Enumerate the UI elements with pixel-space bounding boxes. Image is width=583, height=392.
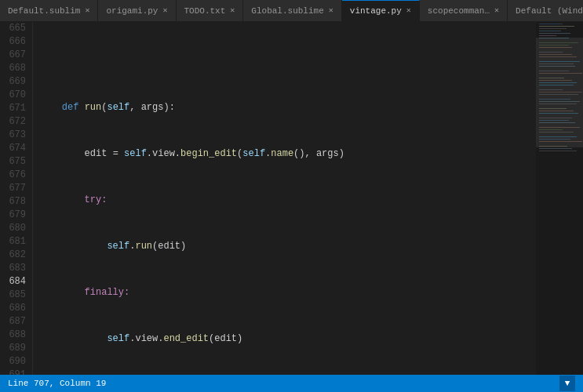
code-lines: 665 666 667 668 669 670 671 672 673 674 … bbox=[0, 22, 536, 375]
svg-rect-32 bbox=[539, 120, 569, 121]
svg-rect-1 bbox=[539, 26, 574, 27]
minimap-svg bbox=[536, 22, 583, 375]
line-num: 683 bbox=[3, 262, 26, 275]
tab-label: vintage.py bbox=[350, 6, 402, 16]
svg-rect-22 bbox=[539, 89, 563, 90]
code-line: self.run(edit) bbox=[39, 240, 536, 253]
svg-rect-25 bbox=[539, 99, 570, 100]
svg-rect-4 bbox=[539, 33, 570, 34]
cursor-position: Line 707, Column 19 bbox=[8, 379, 106, 388]
line-num: 684 bbox=[3, 275, 26, 289]
tab-global-sublime[interactable]: Global.sublime ✕ bbox=[243, 0, 341, 21]
svg-rect-20 bbox=[539, 82, 577, 83]
tab-label: origami.py bbox=[106, 6, 158, 16]
svg-rect-29 bbox=[539, 111, 574, 111]
svg-rect-8 bbox=[539, 45, 569, 45]
line-num: 670 bbox=[3, 89, 26, 102]
tab-label: Default (Wind… bbox=[516, 6, 583, 16]
line-num: 686 bbox=[3, 302, 26, 315]
svg-rect-3 bbox=[539, 31, 561, 31]
svg-rect-15 bbox=[539, 66, 575, 67]
line-num: 678 bbox=[3, 195, 26, 209]
tab-origami[interactable]: origami.py ✕ bbox=[98, 0, 176, 21]
svg-rect-21 bbox=[539, 85, 574, 85]
line-num: 667 bbox=[3, 49, 26, 62]
editor-container: 665 666 667 668 669 670 671 672 673 674 … bbox=[0, 22, 583, 375]
status-bar: Line 707, Column 19 ▼ bbox=[0, 375, 583, 392]
code-line: def run(self, args): bbox=[39, 101, 536, 114]
tab-scopecommand[interactable]: scopecomman… ✕ bbox=[420, 0, 508, 21]
code-line: edit = self.view.begin_edit(self.name(),… bbox=[39, 147, 536, 161]
svg-rect-10 bbox=[539, 52, 563, 53]
svg-rect-40 bbox=[539, 146, 567, 147]
svg-rect-2 bbox=[539, 28, 567, 29]
svg-rect-7 bbox=[539, 42, 578, 43]
svg-rect-12 bbox=[539, 56, 577, 57]
line-num: 671 bbox=[3, 102, 26, 115]
line-num: 666 bbox=[3, 35, 26, 49]
tab-label: Global.sublime bbox=[251, 6, 323, 16]
code-content[interactable]: def run(self, args): edit = self.view.be… bbox=[33, 22, 536, 375]
line-numbers: 665 666 667 668 669 670 671 672 673 674 … bbox=[0, 22, 33, 375]
tab-label: Default.sublim bbox=[8, 6, 80, 16]
svg-rect-6 bbox=[539, 38, 569, 38]
svg-rect-33 bbox=[539, 122, 575, 123]
tab-label: scopecomman… bbox=[428, 6, 490, 16]
tab-close-icon[interactable]: ✕ bbox=[230, 7, 235, 15]
svg-rect-26 bbox=[539, 101, 580, 102]
line-num: 672 bbox=[3, 115, 26, 129]
svg-rect-31 bbox=[539, 118, 572, 118]
svg-rect-19 bbox=[539, 80, 572, 81]
line-num: 676 bbox=[3, 169, 26, 182]
code-area[interactable]: 665 666 667 668 669 670 671 672 673 674 … bbox=[0, 22, 536, 375]
line-num: 688 bbox=[3, 328, 26, 342]
line-num: 665 bbox=[3, 22, 26, 35]
code-line: finally: bbox=[39, 286, 536, 299]
svg-rect-13 bbox=[539, 61, 580, 62]
line-num: 677 bbox=[3, 182, 26, 195]
svg-rect-30 bbox=[539, 113, 578, 114]
line-num: 689 bbox=[3, 342, 26, 355]
line-num: 687 bbox=[3, 315, 26, 328]
svg-rect-41 bbox=[539, 148, 572, 149]
line-num: 668 bbox=[3, 62, 26, 75]
status-scroll-down[interactable]: ▼ bbox=[559, 376, 575, 391]
line-num: 669 bbox=[3, 75, 26, 89]
tab-todo[interactable]: TODO.txt ✕ bbox=[177, 0, 244, 21]
minimap[interactable] bbox=[536, 22, 583, 375]
svg-rect-24 bbox=[539, 94, 578, 95]
tab-close-icon[interactable]: ✕ bbox=[85, 7, 89, 15]
line-num: 680 bbox=[3, 222, 26, 235]
tab-default-wind[interactable]: Default (Wind… ✕ bbox=[508, 0, 583, 21]
svg-rect-34 bbox=[539, 127, 580, 128]
svg-rect-37 bbox=[539, 136, 577, 137]
svg-rect-5 bbox=[539, 35, 556, 36]
tab-close-icon[interactable]: ✕ bbox=[406, 7, 411, 15]
svg-rect-16 bbox=[539, 71, 569, 71]
tab-bar: Default.sublim ✕ origami.py ✕ TODO.txt ✕… bbox=[0, 0, 583, 22]
svg-rect-39 bbox=[539, 141, 582, 142]
tab-close-icon[interactable]: ✕ bbox=[329, 7, 333, 15]
line-num: 682 bbox=[3, 249, 26, 262]
code-line: try: bbox=[39, 194, 536, 207]
svg-rect-38 bbox=[539, 139, 570, 140]
svg-rect-18 bbox=[539, 78, 564, 78]
line-num: 675 bbox=[3, 155, 26, 169]
line-num: 690 bbox=[3, 355, 26, 368]
status-right: ▼ bbox=[559, 376, 575, 391]
svg-rect-27 bbox=[539, 103, 577, 104]
code-line: self.view.end_edit(edit) bbox=[39, 332, 536, 346]
svg-rect-35 bbox=[539, 129, 563, 130]
line-num: 673 bbox=[3, 129, 26, 142]
svg-rect-28 bbox=[539, 108, 567, 109]
code-line bbox=[39, 55, 536, 68]
line-num: 685 bbox=[3, 289, 26, 302]
svg-rect-14 bbox=[539, 64, 574, 64]
line-num: 691 bbox=[3, 368, 26, 375]
tab-label: TODO.txt bbox=[184, 6, 226, 16]
tab-default-sublime[interactable]: Default.sublim ✕ bbox=[0, 0, 98, 21]
tab-close-icon[interactable]: ✕ bbox=[494, 7, 499, 15]
svg-rect-0 bbox=[539, 24, 563, 24]
tab-close-icon[interactable]: ✕ bbox=[162, 7, 167, 15]
tab-vintage-py[interactable]: vintage.py ✕ bbox=[342, 0, 420, 21]
